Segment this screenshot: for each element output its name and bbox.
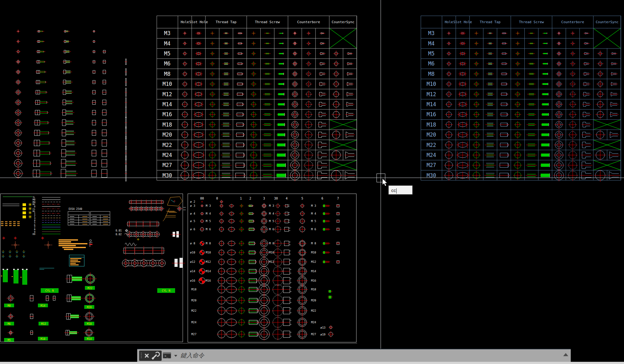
svg-text:ø13: ø13 bbox=[320, 326, 325, 329]
svg-text:3: 3 bbox=[263, 197, 265, 200]
svg-text:CYL N: CYL N bbox=[45, 289, 54, 292]
svg-text:M22: M22 bbox=[311, 309, 316, 312]
svg-text:Hole: Hole bbox=[445, 20, 453, 24]
svg-text:M18: M18 bbox=[87, 322, 91, 325]
svg-text:ø 8: ø 8 bbox=[190, 242, 195, 245]
svg-text:M5: M5 bbox=[164, 50, 170, 57]
mouse-cursor-arrow bbox=[382, 179, 389, 187]
svg-text:M14: M14 bbox=[311, 270, 316, 273]
svg-text:M 3: M 3 bbox=[311, 204, 316, 207]
svg-text:Thread Screw: Thread Screw bbox=[255, 20, 280, 24]
command-prompt-icon[interactable]: >_ bbox=[163, 352, 171, 358]
svg-text:M6: M6 bbox=[8, 322, 11, 325]
svg-text:M3: M3 bbox=[428, 30, 434, 36]
svg-text:ø14: ø14 bbox=[190, 270, 195, 273]
svg-text:M 3: M 3 bbox=[206, 204, 211, 207]
svg-text:CounterSync: CounterSync bbox=[332, 20, 355, 24]
svg-text:M20: M20 bbox=[427, 132, 436, 138]
svg-text:M22: M22 bbox=[87, 287, 92, 290]
command-input[interactable]: 鍵入命令 bbox=[180, 351, 204, 360]
svg-text:CounterSync: CounterSync bbox=[596, 20, 619, 24]
text-caret bbox=[396, 188, 397, 194]
svg-text:6: 6 bbox=[321, 197, 323, 200]
svg-text:M27: M27 bbox=[427, 162, 436, 168]
svg-text:M27: M27 bbox=[311, 333, 316, 336]
svg-text:M 5: M 5 bbox=[269, 220, 274, 223]
svg-text:EXSA 2540: EXSA 2540 bbox=[69, 208, 82, 211]
svg-text:1: 1 bbox=[240, 197, 242, 200]
svg-text:Slot Hole: Slot Hole bbox=[189, 20, 208, 24]
svg-text:4: 4 bbox=[286, 197, 288, 200]
svg-text:0.02: 0.02 bbox=[116, 233, 122, 236]
svg-text:ø16: ø16 bbox=[190, 279, 195, 282]
svg-text:M4: M4 bbox=[164, 40, 170, 47]
svg-text:M14: M14 bbox=[163, 101, 172, 107]
svg-text:M16: M16 bbox=[206, 279, 211, 282]
svg-text:M 4: M 4 bbox=[206, 212, 211, 215]
svg-text:00: 00 bbox=[200, 197, 204, 200]
svg-text:M 3: M 3 bbox=[269, 204, 274, 207]
svg-text:M12: M12 bbox=[427, 91, 436, 97]
svg-text:M16: M16 bbox=[427, 111, 436, 117]
svg-text:M18: M18 bbox=[191, 288, 196, 291]
command-dock-handle-box bbox=[139, 351, 162, 361]
svg-text:2: 2 bbox=[249, 197, 251, 200]
dropdown-arrow-icon[interactable] bbox=[174, 355, 177, 357]
svg-text:M22: M22 bbox=[191, 309, 196, 312]
svg-text:M 5: M 5 bbox=[206, 220, 211, 223]
svg-text:M10: M10 bbox=[206, 251, 211, 254]
svg-text:M24: M24 bbox=[311, 321, 316, 324]
svg-text:5: 5 bbox=[301, 197, 303, 200]
svg-text:M24: M24 bbox=[163, 152, 172, 158]
svg-text:CYL N: CYL N bbox=[162, 289, 170, 292]
svg-text:M14: M14 bbox=[206, 270, 211, 273]
svg-text:M27: M27 bbox=[163, 162, 172, 168]
svg-text:M16: M16 bbox=[311, 279, 316, 282]
dynamic-input-tooltip[interactable]: cc bbox=[388, 185, 413, 195]
svg-text:ø 4: ø 4 bbox=[190, 212, 195, 215]
svg-text:M 6: M 6 bbox=[311, 228, 316, 231]
svg-text:Thread Screw: Thread Screw bbox=[519, 20, 544, 24]
drawing-area-bottom-edge bbox=[0, 343, 357, 344]
svg-text:M12: M12 bbox=[41, 322, 46, 325]
svg-text:M14: M14 bbox=[87, 337, 91, 341]
svg-text:M16: M16 bbox=[163, 111, 172, 117]
svg-text:Counterbore: Counterbore bbox=[561, 20, 584, 24]
svg-text:M8: M8 bbox=[428, 71, 434, 77]
svg-text:M14: M14 bbox=[427, 101, 436, 107]
cad-drawing-area[interactable]: HoleSlot HoleThread TapThread ScrewCount… bbox=[0, 0, 624, 364]
svg-text:0.01: 0.01 bbox=[116, 229, 122, 232]
svg-text:ø12: ø12 bbox=[190, 260, 195, 263]
dock-icons bbox=[139, 351, 162, 361]
command-line-dock[interactable]: >_ 鍵入命令 bbox=[137, 349, 571, 362]
svg-text:M24: M24 bbox=[427, 152, 436, 158]
drag-handle-icon[interactable] bbox=[141, 353, 142, 358]
svg-text:Thread Tap: Thread Tap bbox=[480, 20, 501, 24]
svg-text:M 4: M 4 bbox=[311, 212, 316, 215]
svg-text:M22: M22 bbox=[427, 142, 436, 148]
crosshair-horizontal-line bbox=[0, 178, 624, 178]
svg-text:Counterbore: Counterbore bbox=[297, 20, 320, 24]
svg-text:M20: M20 bbox=[163, 132, 172, 138]
fastener-column-drawings bbox=[9, 24, 144, 187]
svg-text:M4: M4 bbox=[428, 40, 434, 47]
svg-text:0: 0 bbox=[216, 197, 218, 200]
svg-text:M18: M18 bbox=[427, 122, 436, 128]
thread-table-blue: HoleSlot HoleThread TapThread ScrewCount… bbox=[421, 16, 621, 181]
svg-text:Thread Tap: Thread Tap bbox=[216, 20, 237, 24]
svg-text:M8: M8 bbox=[8, 304, 11, 307]
svg-text:M5: M5 bbox=[8, 339, 11, 342]
svg-text:M 8: M 8 bbox=[269, 242, 274, 245]
svg-text:M27: M27 bbox=[191, 333, 196, 336]
svg-text:M6: M6 bbox=[428, 60, 434, 67]
svg-text:>_: >_ bbox=[164, 354, 169, 358]
customize-wrench-icon[interactable] bbox=[152, 352, 159, 360]
svg-text:ø 3: ø 3 bbox=[190, 204, 195, 207]
svg-text:30: 30 bbox=[274, 197, 278, 200]
prompt-area-icons: >_ bbox=[162, 351, 180, 361]
scroll-up-arrow[interactable] bbox=[563, 353, 569, 357]
close-icon[interactable] bbox=[145, 354, 148, 357]
svg-text:7: 7 bbox=[337, 197, 339, 200]
svg-text:M12: M12 bbox=[163, 91, 172, 97]
svg-text:M10: M10 bbox=[311, 251, 316, 254]
